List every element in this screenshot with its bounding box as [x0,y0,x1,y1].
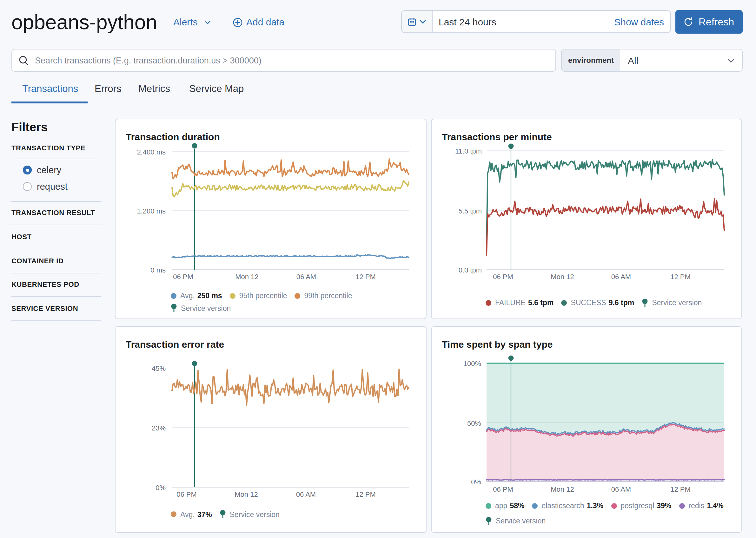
svg-text:06 PM: 06 PM [176,490,197,498]
svg-text:06 PM: 06 PM [493,273,513,281]
svg-text:06 AM: 06 AM [611,485,631,493]
svg-text:06 AM: 06 AM [296,490,316,498]
svg-text:06 PM: 06 PM [493,485,513,493]
svg-text:12 PM: 12 PM [670,485,691,493]
svg-text:06 AM: 06 AM [611,273,631,281]
svg-text:45%: 45% [152,364,166,372]
svg-text:0.0 tpm: 0.0 tpm [459,266,482,274]
svg-text:Mon 12: Mon 12 [551,273,574,281]
svg-text:06 AM: 06 AM [296,273,316,281]
svg-text:Mon 12: Mon 12 [235,273,258,281]
svg-text:0%: 0% [155,484,166,492]
svg-text:11.0 tpm: 11.0 tpm [455,147,482,155]
svg-text:06 PM: 06 PM [173,273,193,281]
svg-text:0%: 0% [471,478,481,486]
svg-text:2,400 ms: 2,400 ms [137,148,166,156]
svg-text:5.5 tpm: 5.5 tpm [459,207,482,215]
svg-text:50%: 50% [467,419,481,427]
svg-text:0 ms: 0 ms [150,266,166,274]
svg-text:1,200 ms: 1,200 ms [137,207,166,215]
svg-text:12 PM: 12 PM [356,273,376,281]
svg-text:12 PM: 12 PM [670,273,691,281]
svg-text:23%: 23% [152,424,166,432]
svg-text:12 PM: 12 PM [356,490,376,498]
svg-text:100%: 100% [463,360,481,368]
svg-text:Mon 12: Mon 12 [235,490,258,498]
svg-text:Mon 12: Mon 12 [551,485,574,493]
